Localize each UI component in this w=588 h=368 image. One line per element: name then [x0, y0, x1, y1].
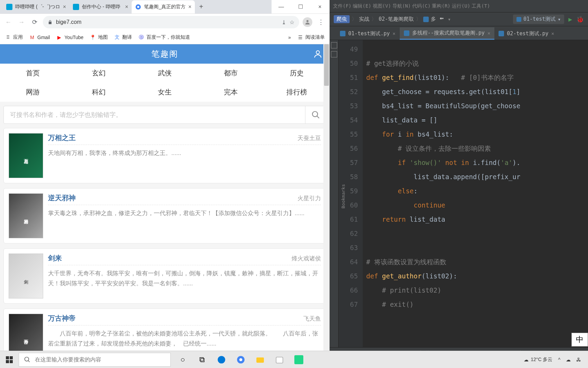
editor-tab[interactable]: 多线程--搜索式爬取笔趣阁.py×: [400, 27, 495, 40]
chrome-button[interactable]: [231, 351, 250, 368]
new-tab-button[interactable]: +: [195, 3, 207, 11]
category-link[interactable]: 历史: [264, 64, 330, 83]
profile-avatar[interactable]: [303, 17, 312, 27]
book-title[interactable]: 万古神帝: [48, 314, 76, 323]
crumb[interactable]: 多: [431, 16, 436, 22]
close-icon[interactable]: ×: [487, 30, 490, 36]
close-icon[interactable]: ×: [188, 4, 191, 10]
reading-list-button[interactable]: ☰阅读清单: [297, 34, 325, 40]
category-link[interactable]: 科幻: [66, 83, 132, 102]
search-button[interactable]: [305, 106, 326, 123]
close-icon[interactable]: ×: [125, 4, 128, 10]
scrollbar-thumb[interactable]: [324, 44, 329, 86]
browser-tab[interactable]: 哔哩哔哩 (゜-゜)つロ ×: [3, 0, 69, 13]
maximize-button[interactable]: ☐: [291, 0, 310, 13]
book-card[interactable]: 逆天邪神 逆天邪神 火星引力 掌天毒之珠，承邪神之血，修逆天之力，一代邪神，君临…: [3, 188, 326, 243]
bookmark-maps[interactable]: 📍地图: [90, 34, 108, 40]
menu-item[interactable]: 运行(U): [452, 3, 470, 9]
run-button[interactable]: ▶: [568, 16, 572, 23]
tab-filename: 02-test测试.py: [507, 30, 548, 37]
bookmarks-overflow[interactable]: »: [288, 35, 291, 40]
store-button[interactable]: [270, 351, 289, 368]
close-icon[interactable]: ×: [63, 4, 66, 10]
task-view-button[interactable]: ⧉: [193, 351, 211, 368]
chevron-down-icon[interactable]: ▾: [448, 16, 451, 22]
minimize-button[interactable]: —: [272, 0, 291, 13]
code-editor[interactable]: 49505152535455565758596061626364656667 #…: [339, 40, 588, 347]
category-link[interactable]: 都市: [198, 64, 264, 83]
address-bar[interactable]: bige7.com ⤓ ☆: [43, 16, 299, 28]
line-number: 58: [339, 170, 358, 184]
project-tool-button[interactable]: [331, 42, 337, 48]
svg-rect-21: [276, 357, 283, 363]
bookmark-baidu[interactable]: Ⓑ百度一下，你就知道: [138, 34, 190, 40]
crumb[interactable]: 02-笔趣阁爬取: [379, 16, 414, 22]
book-title[interactable]: 剑来: [48, 254, 62, 263]
users-icon[interactable]: [438, 17, 446, 22]
category-link[interactable]: 玄幻: [66, 64, 132, 83]
book-card[interactable]: 万相之王 万相之王 天蚕土豆 天地间有万相，我李洛，终将成为那万相之王。....…: [3, 128, 326, 183]
back-button[interactable]: ←: [3, 17, 13, 27]
menu-item[interactable]: 编辑(E): [353, 3, 371, 9]
menu-item[interactable]: 工具(T): [472, 3, 490, 9]
menu-item[interactable]: 导航(N): [392, 3, 411, 9]
close-icon[interactable]: ×: [551, 31, 554, 36]
debug-button[interactable]: 🐞: [576, 16, 584, 23]
bilibili-icon: [73, 4, 79, 10]
taskbar-search-input[interactable]: [35, 357, 165, 363]
line-number: 51: [339, 71, 358, 85]
ime-indicator[interactable]: 中: [571, 333, 588, 347]
chrome-menu-button[interactable]: ⋮: [316, 18, 326, 26]
code-area[interactable]: # get选择的小说 def get_find(list01): # [0]书本…: [363, 40, 588, 347]
book-card[interactable]: 剑来 剑来 烽火戏诸侯 大千世界，无奇不有。我陈平安，唯有一剑，可搬山，倒海，降…: [3, 248, 326, 304]
category-link[interactable]: 女生: [132, 83, 198, 102]
menu-item[interactable]: 代码(C): [412, 3, 430, 9]
book-title[interactable]: 逆天邪神: [48, 193, 76, 203]
ide-menubar: 文件(F)编辑(E)视图(V)导航(N)代码(C)重构(R)运行(U)工具(T): [330, 0, 588, 12]
svg-rect-13: [404, 30, 409, 36]
bookmark-gmail[interactable]: MGmail: [29, 34, 50, 40]
browser-tab-active[interactable]: 笔趣阁_真正的官方 ×: [132, 0, 195, 13]
python-icon: [516, 17, 521, 22]
category-link[interactable]: 排行榜: [264, 83, 330, 102]
scrollbar[interactable]: [323, 44, 330, 368]
pycharm-button[interactable]: [290, 351, 308, 368]
editor-tab[interactable]: 02-test测试.py×: [494, 27, 558, 40]
bookmark-translate[interactable]: 文翻译: [114, 34, 132, 40]
crumb[interactable]: 实战: [359, 16, 369, 22]
install-icon[interactable]: ⤓: [282, 19, 286, 26]
network-icon[interactable]: 🖧: [576, 357, 581, 362]
browser-tab[interactable]: 创作中心 - 哔哩哔 ×: [69, 0, 132, 13]
explorer-button[interactable]: [251, 351, 269, 368]
user-icon[interactable]: [313, 49, 323, 59]
bookmark-youtube[interactable]: ▶YouTube: [56, 34, 84, 40]
taskbar-search[interactable]: [19, 353, 171, 367]
menu-item[interactable]: 文件(F): [333, 3, 351, 9]
tray-chevron-icon[interactable]: ^: [558, 357, 560, 362]
close-icon[interactable]: ×: [392, 31, 395, 36]
book-title[interactable]: 万相之王: [48, 133, 76, 142]
edge-button[interactable]: [212, 351, 231, 368]
category-link[interactable]: 完本: [198, 83, 264, 102]
reload-button[interactable]: ⟳: [30, 17, 39, 27]
star-icon[interactable]: ☆: [290, 19, 294, 26]
crumb[interactable]: 爬虫: [334, 15, 350, 23]
category-link[interactable]: 首页: [0, 64, 66, 83]
weather-widget[interactable]: ☁12°C 多云: [524, 357, 552, 363]
menu-item[interactable]: 视图(V): [373, 3, 391, 9]
category-link[interactable]: 武侠: [132, 64, 198, 83]
search-box: [3, 106, 326, 124]
menu-item[interactable]: 重构(R): [432, 3, 450, 9]
start-button[interactable]: [0, 351, 19, 368]
cortana-button[interactable]: ○: [173, 351, 192, 368]
structure-tool-button[interactable]: [331, 51, 337, 57]
onedrive-icon[interactable]: ☁: [566, 357, 571, 362]
close-button[interactable]: ×: [310, 0, 330, 13]
category-link[interactable]: 网游: [0, 83, 66, 102]
search-input[interactable]: [4, 111, 305, 119]
run-config-selector[interactable]: 01-test测试 ▾: [513, 15, 564, 24]
bookmarks-tool-label[interactable]: Bookmarks: [341, 184, 346, 208]
forward-button[interactable]: →: [17, 17, 26, 27]
editor-tab[interactable]: 01-test测试.py×: [336, 27, 400, 40]
apps-button[interactable]: ⠿应用: [5, 34, 23, 40]
